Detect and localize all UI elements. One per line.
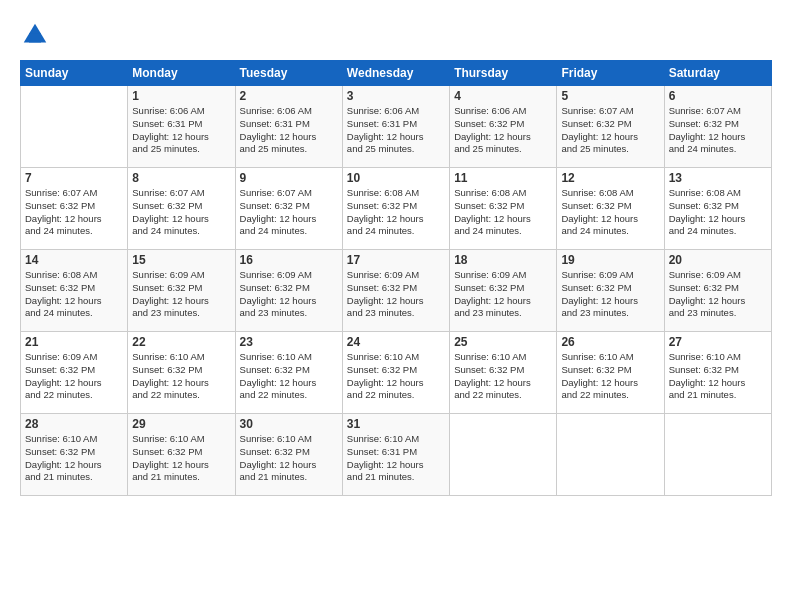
day-number: 2 — [240, 89, 338, 103]
calendar-cell — [450, 414, 557, 496]
day-info: Sunrise: 6:10 AM Sunset: 6:32 PM Dayligh… — [561, 351, 659, 402]
calendar-cell: 21Sunrise: 6:09 AM Sunset: 6:32 PM Dayli… — [21, 332, 128, 414]
calendar-cell: 9Sunrise: 6:07 AM Sunset: 6:32 PM Daylig… — [235, 168, 342, 250]
day-info: Sunrise: 6:06 AM Sunset: 6:31 PM Dayligh… — [132, 105, 230, 156]
day-info: Sunrise: 6:10 AM Sunset: 6:32 PM Dayligh… — [669, 351, 767, 402]
day-info: Sunrise: 6:09 AM Sunset: 6:32 PM Dayligh… — [454, 269, 552, 320]
calendar-cell: 28Sunrise: 6:10 AM Sunset: 6:32 PM Dayli… — [21, 414, 128, 496]
day-info: Sunrise: 6:08 AM Sunset: 6:32 PM Dayligh… — [669, 187, 767, 238]
calendar-cell: 19Sunrise: 6:09 AM Sunset: 6:32 PM Dayli… — [557, 250, 664, 332]
day-number: 23 — [240, 335, 338, 349]
day-info: Sunrise: 6:07 AM Sunset: 6:32 PM Dayligh… — [132, 187, 230, 238]
calendar-cell — [21, 86, 128, 168]
day-info: Sunrise: 6:09 AM Sunset: 6:32 PM Dayligh… — [669, 269, 767, 320]
day-info: Sunrise: 6:10 AM Sunset: 6:32 PM Dayligh… — [132, 433, 230, 484]
weekday-header-monday: Monday — [128, 61, 235, 86]
day-number: 16 — [240, 253, 338, 267]
day-info: Sunrise: 6:08 AM Sunset: 6:32 PM Dayligh… — [454, 187, 552, 238]
day-info: Sunrise: 6:10 AM Sunset: 6:32 PM Dayligh… — [132, 351, 230, 402]
calendar-cell: 14Sunrise: 6:08 AM Sunset: 6:32 PM Dayli… — [21, 250, 128, 332]
calendar-cell — [557, 414, 664, 496]
calendar-cell: 26Sunrise: 6:10 AM Sunset: 6:32 PM Dayli… — [557, 332, 664, 414]
day-info: Sunrise: 6:08 AM Sunset: 6:32 PM Dayligh… — [347, 187, 445, 238]
day-number: 9 — [240, 171, 338, 185]
calendar: SundayMondayTuesdayWednesdayThursdayFrid… — [20, 60, 772, 496]
day-number: 21 — [25, 335, 123, 349]
day-number: 25 — [454, 335, 552, 349]
day-info: Sunrise: 6:06 AM Sunset: 6:31 PM Dayligh… — [347, 105, 445, 156]
calendar-cell: 30Sunrise: 6:10 AM Sunset: 6:32 PM Dayli… — [235, 414, 342, 496]
calendar-cell: 1Sunrise: 6:06 AM Sunset: 6:31 PM Daylig… — [128, 86, 235, 168]
calendar-cell: 7Sunrise: 6:07 AM Sunset: 6:32 PM Daylig… — [21, 168, 128, 250]
calendar-cell: 10Sunrise: 6:08 AM Sunset: 6:32 PM Dayli… — [342, 168, 449, 250]
day-info: Sunrise: 6:06 AM Sunset: 6:32 PM Dayligh… — [454, 105, 552, 156]
day-number: 5 — [561, 89, 659, 103]
day-number: 1 — [132, 89, 230, 103]
day-info: Sunrise: 6:10 AM Sunset: 6:32 PM Dayligh… — [347, 351, 445, 402]
calendar-cell: 13Sunrise: 6:08 AM Sunset: 6:32 PM Dayli… — [664, 168, 771, 250]
day-number: 31 — [347, 417, 445, 431]
day-info: Sunrise: 6:09 AM Sunset: 6:32 PM Dayligh… — [240, 269, 338, 320]
day-number: 22 — [132, 335, 230, 349]
day-number: 8 — [132, 171, 230, 185]
page: SundayMondayTuesdayWednesdayThursdayFrid… — [0, 0, 792, 612]
day-number: 20 — [669, 253, 767, 267]
calendar-cell: 4Sunrise: 6:06 AM Sunset: 6:32 PM Daylig… — [450, 86, 557, 168]
week-row-0: 1Sunrise: 6:06 AM Sunset: 6:31 PM Daylig… — [21, 86, 772, 168]
logo-icon — [20, 20, 50, 50]
week-row-4: 28Sunrise: 6:10 AM Sunset: 6:32 PM Dayli… — [21, 414, 772, 496]
day-info: Sunrise: 6:08 AM Sunset: 6:32 PM Dayligh… — [561, 187, 659, 238]
calendar-cell: 24Sunrise: 6:10 AM Sunset: 6:32 PM Dayli… — [342, 332, 449, 414]
day-info: Sunrise: 6:10 AM Sunset: 6:31 PM Dayligh… — [347, 433, 445, 484]
svg-rect-1 — [29, 34, 41, 43]
calendar-cell: 2Sunrise: 6:06 AM Sunset: 6:31 PM Daylig… — [235, 86, 342, 168]
calendar-cell: 22Sunrise: 6:10 AM Sunset: 6:32 PM Dayli… — [128, 332, 235, 414]
day-info: Sunrise: 6:09 AM Sunset: 6:32 PM Dayligh… — [561, 269, 659, 320]
weekday-header-sunday: Sunday — [21, 61, 128, 86]
weekday-row: SundayMondayTuesdayWednesdayThursdayFrid… — [21, 61, 772, 86]
weekday-header-thursday: Thursday — [450, 61, 557, 86]
weekday-header-tuesday: Tuesday — [235, 61, 342, 86]
calendar-cell: 12Sunrise: 6:08 AM Sunset: 6:32 PM Dayli… — [557, 168, 664, 250]
day-info: Sunrise: 6:10 AM Sunset: 6:32 PM Dayligh… — [240, 351, 338, 402]
day-info: Sunrise: 6:09 AM Sunset: 6:32 PM Dayligh… — [347, 269, 445, 320]
day-number: 12 — [561, 171, 659, 185]
day-number: 4 — [454, 89, 552, 103]
calendar-cell — [664, 414, 771, 496]
day-info: Sunrise: 6:10 AM Sunset: 6:32 PM Dayligh… — [25, 433, 123, 484]
day-number: 17 — [347, 253, 445, 267]
day-info: Sunrise: 6:09 AM Sunset: 6:32 PM Dayligh… — [25, 351, 123, 402]
day-number: 15 — [132, 253, 230, 267]
calendar-cell: 17Sunrise: 6:09 AM Sunset: 6:32 PM Dayli… — [342, 250, 449, 332]
day-info: Sunrise: 6:10 AM Sunset: 6:32 PM Dayligh… — [240, 433, 338, 484]
day-number: 6 — [669, 89, 767, 103]
day-number: 18 — [454, 253, 552, 267]
calendar-cell: 18Sunrise: 6:09 AM Sunset: 6:32 PM Dayli… — [450, 250, 557, 332]
day-number: 26 — [561, 335, 659, 349]
calendar-cell: 3Sunrise: 6:06 AM Sunset: 6:31 PM Daylig… — [342, 86, 449, 168]
day-number: 27 — [669, 335, 767, 349]
day-number: 13 — [669, 171, 767, 185]
calendar-cell: 8Sunrise: 6:07 AM Sunset: 6:32 PM Daylig… — [128, 168, 235, 250]
day-info: Sunrise: 6:10 AM Sunset: 6:32 PM Dayligh… — [454, 351, 552, 402]
calendar-cell: 15Sunrise: 6:09 AM Sunset: 6:32 PM Dayli… — [128, 250, 235, 332]
day-info: Sunrise: 6:07 AM Sunset: 6:32 PM Dayligh… — [240, 187, 338, 238]
day-number: 14 — [25, 253, 123, 267]
day-info: Sunrise: 6:08 AM Sunset: 6:32 PM Dayligh… — [25, 269, 123, 320]
calendar-cell: 31Sunrise: 6:10 AM Sunset: 6:31 PM Dayli… — [342, 414, 449, 496]
day-info: Sunrise: 6:07 AM Sunset: 6:32 PM Dayligh… — [561, 105, 659, 156]
calendar-cell: 6Sunrise: 6:07 AM Sunset: 6:32 PM Daylig… — [664, 86, 771, 168]
day-number: 10 — [347, 171, 445, 185]
day-number: 11 — [454, 171, 552, 185]
week-row-3: 21Sunrise: 6:09 AM Sunset: 6:32 PM Dayli… — [21, 332, 772, 414]
day-info: Sunrise: 6:07 AM Sunset: 6:32 PM Dayligh… — [25, 187, 123, 238]
weekday-header-wednesday: Wednesday — [342, 61, 449, 86]
day-info: Sunrise: 6:09 AM Sunset: 6:32 PM Dayligh… — [132, 269, 230, 320]
day-number: 29 — [132, 417, 230, 431]
calendar-cell: 29Sunrise: 6:10 AM Sunset: 6:32 PM Dayli… — [128, 414, 235, 496]
calendar-cell: 23Sunrise: 6:10 AM Sunset: 6:32 PM Dayli… — [235, 332, 342, 414]
day-number: 24 — [347, 335, 445, 349]
calendar-body: 1Sunrise: 6:06 AM Sunset: 6:31 PM Daylig… — [21, 86, 772, 496]
day-number: 28 — [25, 417, 123, 431]
header — [20, 20, 772, 50]
